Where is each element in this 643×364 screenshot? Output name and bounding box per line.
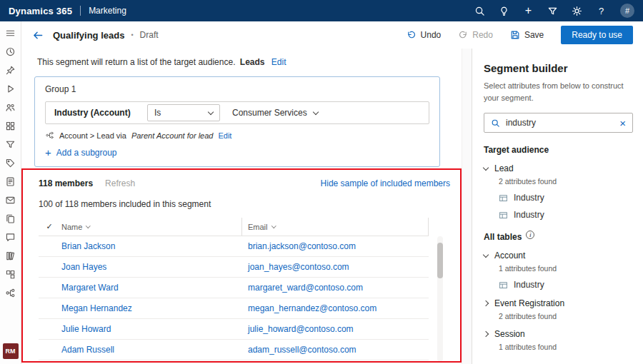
environment-icon[interactable]: # bbox=[620, 4, 634, 18]
top-navigation-bar: Dynamics 365 Marketing + ? # bbox=[0, 0, 643, 21]
email-icon[interactable] bbox=[5, 195, 16, 206]
member-name-link[interactable]: Brian Jackson bbox=[60, 241, 242, 251]
tag-icon[interactable] bbox=[5, 158, 16, 168]
member-email-link[interactable]: joan_hayes@contoso.com bbox=[242, 262, 429, 272]
edit-audience-link[interactable]: Edit bbox=[271, 57, 286, 67]
command-bar: Qualifying leads • Draft Undo Redo Save … bbox=[21, 21, 643, 49]
member-name-link[interactable]: Megan Hernandez bbox=[60, 303, 242, 313]
attribute-item-industry[interactable]: Industry bbox=[499, 193, 633, 203]
tree-node-account[interactable]: Account bbox=[484, 251, 633, 261]
attributes-found-count: 1 attributes found bbox=[499, 264, 633, 273]
main-scrollbar[interactable] bbox=[462, 49, 472, 364]
attributes-found-count: 1 attributes found bbox=[499, 343, 633, 351]
relationship-name: Parent Account for lead bbox=[131, 131, 214, 140]
back-icon[interactable] bbox=[33, 30, 44, 41]
member-email-link[interactable]: adam_russell@contoso.com bbox=[242, 345, 429, 355]
add-icon[interactable]: + bbox=[523, 4, 534, 17]
plus-icon: + bbox=[45, 147, 51, 158]
query-group: Group 1 Industry (Account) Is Consumer S… bbox=[34, 76, 440, 167]
chevron-down-icon bbox=[271, 223, 276, 228]
app-name[interactable]: Marketing bbox=[89, 6, 126, 16]
email-column-header[interactable]: Email bbox=[242, 218, 429, 236]
attribute-search-box[interactable]: × bbox=[484, 113, 633, 133]
brand-title[interactable]: Dynamics 365 bbox=[9, 6, 72, 16]
tree-node-session[interactable]: Session bbox=[484, 329, 633, 339]
info-icon[interactable]: i bbox=[526, 231, 534, 239]
tree-node-event-registration[interactable]: Event Registration bbox=[484, 298, 633, 308]
check-icon[interactable]: ✓ bbox=[39, 222, 60, 231]
menu-icon[interactable] bbox=[5, 28, 16, 39]
ready-to-use-button[interactable]: Ready to use bbox=[561, 26, 633, 44]
table-scrollbar-thumb[interactable] bbox=[437, 243, 443, 278]
member-name-link[interactable]: Margaret Ward bbox=[60, 283, 242, 293]
settings-icon[interactable] bbox=[572, 4, 582, 17]
all-tables-text: All tables bbox=[484, 232, 522, 242]
table-scrollbar[interactable] bbox=[437, 236, 443, 362]
undo-button[interactable]: Undo bbox=[407, 30, 442, 40]
contacts-icon[interactable] bbox=[5, 102, 16, 113]
chevron-down-icon bbox=[483, 251, 489, 257]
tree-node-lead[interactable]: Lead bbox=[484, 163, 633, 173]
attribute-search-input[interactable] bbox=[506, 118, 614, 128]
segment-builder-panel: Segment builder Select attributes from b… bbox=[472, 49, 643, 364]
table-row: Megan Hernandez megan_hernandez@contoso.… bbox=[39, 298, 429, 319]
form-icon[interactable] bbox=[5, 176, 16, 187]
help-icon[interactable]: ? bbox=[596, 4, 607, 17]
save-button[interactable]: Save bbox=[510, 30, 544, 40]
clear-search-icon[interactable]: × bbox=[619, 118, 626, 128]
add-subgroup-label: Add a subgroup bbox=[56, 148, 117, 158]
members-section-annotated: 118 members Refresh Hide sample of inclu… bbox=[21, 168, 462, 363]
segment-description: This segment will return a list of the t… bbox=[21, 57, 462, 67]
chevron-down-icon bbox=[86, 223, 90, 228]
condition-value: Consumer Services bbox=[232, 108, 307, 118]
member-email-link[interactable]: megan_hernandez@contoso.com bbox=[242, 303, 429, 313]
member-name-link[interactable]: Joan Hayes bbox=[60, 262, 242, 272]
member-email-link[interactable]: margaret_ward@contoso.com bbox=[242, 283, 429, 293]
filter-icon[interactable] bbox=[547, 4, 558, 17]
condition-operator-value: Is bbox=[154, 108, 161, 118]
hide-sample-link[interactable]: Hide sample of included members bbox=[321, 178, 450, 188]
table-row: Brian Jackson brian.jackson@contoso.com bbox=[39, 236, 429, 257]
table-icon bbox=[499, 211, 508, 220]
table-icon bbox=[499, 193, 508, 203]
copy-icon[interactable] bbox=[5, 213, 16, 224]
condition-row: Industry (Account) Is Consumer Services bbox=[45, 101, 429, 124]
table-row: Margaret Ward margaret_ward@contoso.com bbox=[39, 278, 429, 298]
user-avatar[interactable]: RM bbox=[3, 343, 19, 359]
chat-icon[interactable] bbox=[5, 232, 16, 243]
member-email-link[interactable]: brian.jackson@contoso.com bbox=[242, 241, 429, 251]
email-column-label: Email bbox=[248, 223, 268, 231]
members-table: ✓ Name Email Brian bbox=[39, 218, 429, 360]
attribute-item-industry[interactable]: Industry bbox=[499, 280, 633, 290]
redo-button[interactable]: Redo bbox=[458, 30, 493, 40]
lightbulb-icon[interactable] bbox=[499, 4, 509, 17]
search-icon[interactable] bbox=[474, 4, 485, 17]
member-name-link[interactable]: Adam Russell bbox=[60, 345, 242, 355]
edit-relationship-link[interactable]: Edit bbox=[218, 131, 231, 140]
apps-icon[interactable] bbox=[5, 121, 16, 131]
attribute-label: Industry bbox=[514, 193, 544, 203]
table-row: Joan Hayes joan_hayes@contoso.com bbox=[39, 257, 429, 278]
recent-icon[interactable] bbox=[5, 46, 16, 57]
pin-icon[interactable] bbox=[5, 65, 16, 76]
condition-value-dropdown[interactable]: Consumer Services bbox=[232, 108, 318, 118]
blocks-icon[interactable] bbox=[5, 269, 16, 280]
flow-icon[interactable] bbox=[5, 288, 16, 298]
refresh-button[interactable]: Refresh bbox=[105, 178, 135, 188]
page-title: Qualifying leads bbox=[53, 30, 124, 41]
attribute-item-industry[interactable]: Industry bbox=[499, 210, 633, 220]
member-name-link[interactable]: Julie Howard bbox=[60, 324, 242, 334]
table-row: Julie Howard julie_howard@contoso.com bbox=[39, 319, 429, 340]
condition-attribute[interactable]: Industry (Account) bbox=[46, 108, 147, 118]
chevron-down-icon bbox=[483, 164, 489, 170]
play-icon[interactable] bbox=[5, 84, 16, 94]
tree-node-label: Account bbox=[494, 251, 525, 261]
table-row: Adam Russell adam_russell@contoso.com bbox=[39, 340, 429, 360]
name-column-header[interactable]: Name bbox=[60, 218, 242, 236]
search-icon bbox=[491, 118, 500, 128]
library-icon[interactable] bbox=[5, 251, 16, 261]
add-subgroup-button[interactable]: + Add a subgroup bbox=[45, 147, 429, 158]
condition-operator-dropdown[interactable]: Is bbox=[147, 104, 220, 121]
filter-icon[interactable] bbox=[5, 139, 16, 150]
member-email-link[interactable]: julie_howard@contoso.com bbox=[242, 324, 429, 334]
